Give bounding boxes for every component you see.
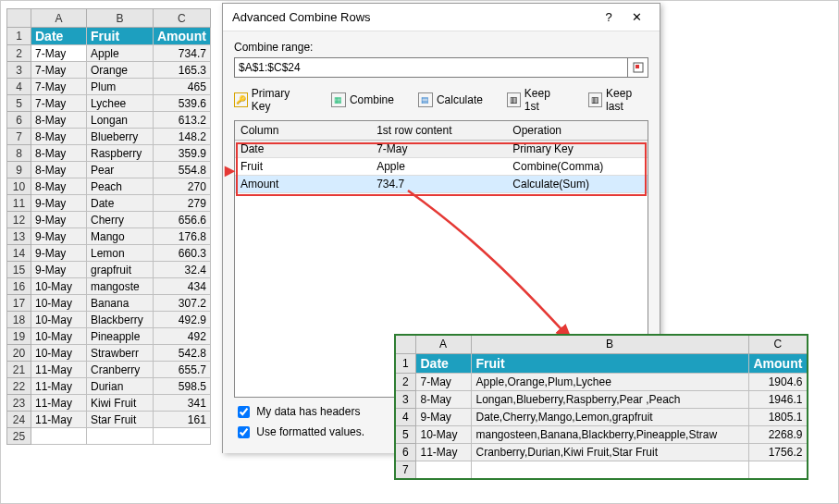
row-header[interactable]: 23 bbox=[7, 395, 31, 412]
combine-range-input[interactable] bbox=[235, 58, 627, 77]
headers-checkbox-input[interactable] bbox=[238, 406, 250, 418]
col-header-b[interactable]: B bbox=[471, 335, 748, 353]
row-header[interactable]: 7 bbox=[7, 129, 31, 145]
cell-date[interactable]: 8-May bbox=[31, 162, 87, 178]
corner-cell[interactable] bbox=[395, 335, 415, 353]
col-header-a[interactable]: A bbox=[415, 335, 471, 353]
grid-row-amount[interactable]: Amount 734.7 Calculate(Sum) bbox=[235, 176, 648, 193]
cell-fruit[interactable]: Kiwi Fruit bbox=[87, 395, 154, 412]
header-cell-fruit[interactable]: Fruit bbox=[471, 353, 748, 373]
cell-amount[interactable]: 554.8 bbox=[154, 162, 211, 178]
cell-date[interactable]: 8-May bbox=[31, 129, 87, 145]
cell-date[interactable]: 7-May bbox=[31, 45, 87, 62]
cell-date[interactable]: 9-May bbox=[31, 195, 87, 212]
row-header[interactable]: 13 bbox=[7, 228, 31, 245]
cell-date[interactable]: 10-May bbox=[31, 312, 87, 328]
cell-amount[interactable]: 359.9 bbox=[154, 145, 211, 162]
row-header[interactable]: 5 bbox=[395, 425, 415, 443]
cell-date[interactable]: 11-May bbox=[31, 412, 87, 428]
cell-date[interactable]: 9-May bbox=[415, 408, 471, 425]
table-row[interactable]: 1610-Maymangoste434 bbox=[7, 278, 211, 295]
table-row[interactable]: 27-MayApple734.7 bbox=[7, 45, 211, 62]
row-header[interactable]: 8 bbox=[7, 145, 31, 162]
cell-date[interactable]: 7-May bbox=[415, 373, 471, 390]
table-row[interactable]: 1910-MayPineapple492 bbox=[7, 328, 211, 345]
cell-fruit[interactable]: Raspberry bbox=[87, 145, 154, 162]
col-header-c[interactable]: C bbox=[748, 335, 808, 353]
table-row[interactable]: 38-MayLongan,Blueberry,Raspberry,Pear ,P… bbox=[395, 390, 808, 408]
cell-fruit[interactable]: Durian bbox=[87, 378, 154, 395]
close-button[interactable]: ✕ bbox=[623, 10, 650, 24]
cell-fruit[interactable]: Pear bbox=[87, 162, 154, 178]
cell-fruit[interactable]: Strawberr bbox=[87, 345, 154, 362]
cell-amount[interactable]: 1805.1 bbox=[748, 408, 808, 425]
cell-date[interactable]: 10-May bbox=[415, 425, 471, 443]
grid-header-operation[interactable]: Operation bbox=[507, 121, 648, 141]
cell-amount[interactable]: 279 bbox=[154, 195, 211, 212]
table-row[interactable]: 47-MayPlum465 bbox=[7, 79, 211, 95]
row-header[interactable]: 12 bbox=[7, 212, 31, 228]
cell-fruit[interactable]: Plum bbox=[87, 79, 154, 95]
cell-date[interactable]: 8-May bbox=[31, 145, 87, 162]
row-header[interactable]: 22 bbox=[7, 378, 31, 395]
grid-header-first[interactable]: 1st row content bbox=[371, 121, 507, 141]
row-header[interactable]: 3 bbox=[7, 62, 31, 79]
cell-amount[interactable]: 2268.9 bbox=[748, 425, 808, 443]
row-header[interactable]: 14 bbox=[7, 245, 31, 262]
calculate-button[interactable]: ▤ Calculate bbox=[418, 87, 483, 113]
grid-row-fruit[interactable]: Fruit Apple Combine(Comma) bbox=[235, 158, 648, 176]
row-header[interactable]: 3 bbox=[395, 390, 415, 408]
empty-cell[interactable] bbox=[415, 461, 471, 479]
keep-last-button[interactable]: ▥ Keep last bbox=[588, 87, 648, 113]
combine-button[interactable]: ▦ Combine bbox=[331, 87, 394, 113]
row-header[interactable]: 10 bbox=[7, 178, 31, 195]
table-row[interactable]: 27-MayApple,Orange,Plum,Lychee1904.6 bbox=[395, 373, 808, 390]
table-row[interactable]: 510-Maymangosteen,Banana,Blackberry,Pine… bbox=[395, 425, 808, 443]
table-row[interactable]: 98-MayPear554.8 bbox=[7, 162, 211, 178]
row-header[interactable]: 18 bbox=[7, 312, 31, 328]
row-header[interactable]: 19 bbox=[7, 328, 31, 345]
cell-date[interactable]: 7-May bbox=[31, 79, 87, 95]
cell-date[interactable]: 9-May bbox=[31, 228, 87, 245]
table-row[interactable]: 88-MayRaspberry359.9 bbox=[7, 145, 211, 162]
cell-date[interactable]: 7-May bbox=[31, 95, 87, 112]
row-header[interactable]: 20 bbox=[7, 345, 31, 362]
cell-date[interactable]: 10-May bbox=[31, 345, 87, 362]
cell-date[interactable]: 11-May bbox=[31, 362, 87, 378]
cell-fruit[interactable]: Longan bbox=[87, 112, 154, 129]
header-cell-amount[interactable]: Amount bbox=[748, 353, 808, 373]
result-spreadsheet[interactable]: A B C 1DateFruitAmount27-MayApple,Orange… bbox=[394, 334, 808, 480]
grid-header-column[interactable]: Column bbox=[235, 121, 371, 141]
table-row[interactable]: 1710-MayBanana307.2 bbox=[7, 295, 211, 312]
empty-cell[interactable] bbox=[87, 428, 154, 445]
cell-fruit[interactable]: mangosteen,Banana,Blackberry,Pineapple,S… bbox=[471, 425, 748, 443]
cell-amount[interactable]: 1904.6 bbox=[748, 373, 808, 390]
row-header[interactable]: 17 bbox=[7, 295, 31, 312]
cell-amount[interactable]: 492.9 bbox=[154, 312, 211, 328]
cell-amount[interactable]: 165.3 bbox=[154, 62, 211, 79]
cell-date[interactable]: 8-May bbox=[415, 390, 471, 408]
cell-amount[interactable]: 270 bbox=[154, 178, 211, 195]
cell-fruit[interactable]: Longan,Blueberry,Raspberry,Pear ,Peach bbox=[471, 390, 748, 408]
table-row[interactable]: 37-MayOrange165.3 bbox=[7, 62, 211, 79]
keep-first-button[interactable]: ▥ Keep 1st bbox=[507, 87, 564, 113]
row-header[interactable]: 1 bbox=[7, 28, 31, 45]
cell-amount[interactable]: 539.6 bbox=[154, 95, 211, 112]
cell-amount[interactable]: 307.2 bbox=[154, 295, 211, 312]
cell-date[interactable]: 7-May bbox=[31, 62, 87, 79]
table-row[interactable]: 68-MayLongan613.2 bbox=[7, 112, 211, 129]
cell-amount[interactable]: 660.3 bbox=[154, 245, 211, 262]
row-header[interactable]: 1 bbox=[395, 353, 415, 373]
row-header[interactable]: 5 bbox=[7, 95, 31, 112]
table-row[interactable]: 2111-MayCranberry655.7 bbox=[7, 362, 211, 378]
table-row[interactable]: 149-MayLemon660.3 bbox=[7, 245, 211, 262]
table-row[interactable]: 2211-MayDurian598.5 bbox=[7, 378, 211, 395]
cell-date[interactable]: 11-May bbox=[31, 395, 87, 412]
corner-cell[interactable] bbox=[7, 9, 31, 28]
row-header[interactable]: 6 bbox=[395, 443, 415, 461]
cell-fruit[interactable]: Lemon bbox=[87, 245, 154, 262]
cell-fruit[interactable]: grapfruit bbox=[87, 262, 154, 278]
table-row[interactable]: 2411-MayStar Fruit161 bbox=[7, 412, 211, 428]
row-header[interactable]: 2 bbox=[7, 45, 31, 62]
empty-cell[interactable] bbox=[31, 428, 87, 445]
